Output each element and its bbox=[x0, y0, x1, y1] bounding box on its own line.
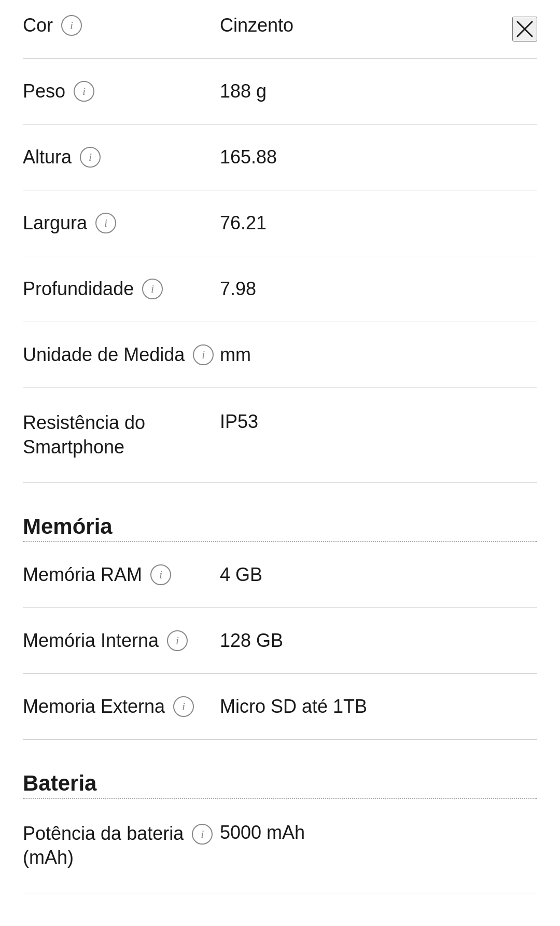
info-icon-peso[interactable]: i bbox=[74, 81, 94, 102]
info-icon-cor[interactable]: i bbox=[61, 15, 82, 36]
spec-value-memoria-ram: 4 GB bbox=[220, 564, 537, 586]
close-button[interactable] bbox=[512, 17, 537, 42]
info-icon-memoria-interna[interactable]: i bbox=[167, 630, 188, 651]
specs-container: Cor i Cinzento Peso i 188 g Altura i 165… bbox=[0, 0, 560, 893]
spec-value-unidade-medida: mm bbox=[220, 344, 537, 366]
spec-label-largura: Largura i bbox=[23, 212, 220, 234]
info-icon-largura[interactable]: i bbox=[95, 213, 116, 233]
label-text-potencia-bateria: Potência da bateria(mAh) bbox=[23, 822, 184, 870]
spec-value-altura: 165.88 bbox=[220, 146, 537, 168]
label-text-profundidade: Profundidade bbox=[23, 278, 134, 300]
spec-label-peso: Peso i bbox=[23, 80, 220, 102]
label-text-resistencia: Resistência doSmartphone bbox=[23, 411, 145, 460]
info-icon-altura[interactable]: i bbox=[80, 147, 101, 168]
spec-label-cor: Cor i bbox=[23, 15, 220, 36]
section-title-memoria: Memória bbox=[23, 483, 537, 539]
label-text-memoria-ram: Memória RAM bbox=[23, 564, 142, 586]
spec-label-profundidade: Profundidade i bbox=[23, 278, 220, 300]
section-bateria: Bateria Potência da bateria(mAh) i 5000 … bbox=[23, 740, 537, 894]
spec-row-memoria-externa: Memoria Externa i Micro SD até 1TB bbox=[23, 674, 537, 740]
label-text-cor: Cor bbox=[23, 15, 53, 36]
spec-row-memoria-interna: Memória Interna i 128 GB bbox=[23, 608, 537, 674]
spec-row-unidade-medida: Unidade de Medida i mm bbox=[23, 322, 537, 388]
spec-label-potencia-bateria: Potência da bateria(mAh) i bbox=[23, 822, 220, 870]
spec-value-peso: 188 g bbox=[220, 80, 537, 102]
spec-value-cor: Cinzento bbox=[220, 15, 537, 36]
close-icon bbox=[515, 20, 534, 38]
spec-value-largura: 76.21 bbox=[220, 212, 537, 234]
spec-value-profundidade: 7.98 bbox=[220, 278, 537, 300]
spec-row-cor: Cor i Cinzento bbox=[23, 0, 537, 59]
label-text-altura: Altura bbox=[23, 146, 72, 168]
spec-row-largura: Largura i 76.21 bbox=[23, 190, 537, 256]
label-text-unidade-medida: Unidade de Medida bbox=[23, 344, 185, 366]
spec-row-profundidade: Profundidade i 7.98 bbox=[23, 256, 537, 322]
section-memoria: Memória Memória RAM i 4 GB Memória Inter… bbox=[23, 483, 537, 740]
info-icon-unidade-medida[interactable]: i bbox=[193, 344, 214, 365]
spec-label-memoria-ram: Memória RAM i bbox=[23, 564, 220, 586]
info-icon-memoria-externa[interactable]: i bbox=[173, 696, 194, 717]
info-icon-profundidade[interactable]: i bbox=[142, 279, 163, 299]
section-title-bateria: Bateria bbox=[23, 740, 537, 796]
spec-label-altura: Altura i bbox=[23, 146, 220, 168]
spec-label-unidade-medida: Unidade de Medida i bbox=[23, 344, 220, 366]
label-text-memoria-externa: Memoria Externa bbox=[23, 696, 165, 717]
info-icon-memoria-ram[interactable]: i bbox=[150, 564, 171, 585]
spec-row-altura: Altura i 165.88 bbox=[23, 125, 537, 190]
spec-value-memoria-interna: 128 GB bbox=[220, 630, 537, 652]
spec-row-resistencia: Resistência doSmartphone IP53 bbox=[23, 388, 537, 483]
spec-value-potencia-bateria: 5000 mAh bbox=[220, 822, 537, 844]
label-text-memoria-interna: Memória Interna bbox=[23, 630, 159, 652]
spec-label-memoria-interna: Memória Interna i bbox=[23, 630, 220, 652]
info-icon-potencia-bateria[interactable]: i bbox=[192, 824, 213, 845]
spec-label-memoria-externa: Memoria Externa i bbox=[23, 696, 220, 717]
spec-row-peso: Peso i 188 g bbox=[23, 59, 537, 125]
spec-value-memoria-externa: Micro SD até 1TB bbox=[220, 696, 537, 717]
spec-row-memoria-ram: Memória RAM i 4 GB bbox=[23, 542, 537, 608]
label-text-peso: Peso bbox=[23, 80, 65, 102]
spec-value-resistencia: IP53 bbox=[220, 411, 537, 433]
spec-label-resistencia: Resistência doSmartphone bbox=[23, 411, 220, 460]
label-text-largura: Largura bbox=[23, 212, 87, 234]
spec-row-potencia-bateria: Potência da bateria(mAh) i 5000 mAh bbox=[23, 799, 537, 894]
